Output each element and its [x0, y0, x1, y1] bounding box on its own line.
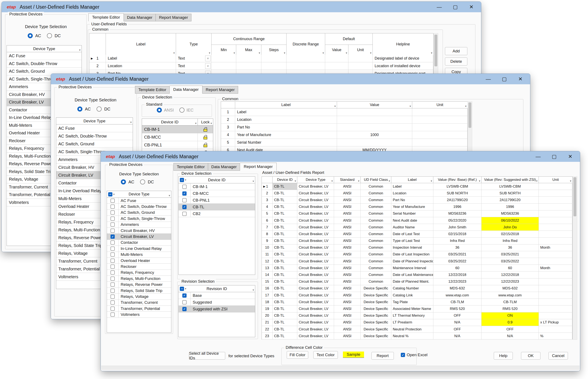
device-id-row[interactable]: CB2	[178, 210, 255, 217]
device-type-row[interactable]: Relays, Solid State Trip	[107, 288, 171, 294]
label-cell[interactable]: Date of Planned Maint.	[391, 278, 433, 285]
open-excel-checkbox[interactable]	[401, 353, 405, 357]
value-base-cell[interactable]: Infra Red	[433, 238, 481, 244]
checkbox[interactable]	[111, 307, 115, 311]
standard-cell[interactable]: ANSI	[334, 313, 361, 319]
checkbox-cell[interactable]	[107, 258, 119, 263]
value-zsi-cell[interactable]: 36	[481, 244, 539, 251]
device-id-cell[interactable]: CB-TL	[272, 265, 297, 271]
standard-cell[interactable]: ANSI	[334, 326, 361, 332]
checkbox-cell[interactable]	[178, 197, 191, 204]
device-type-row[interactable]: Multi-Meters	[107, 252, 171, 258]
value-base-cell[interactable]: 1996	[433, 204, 481, 210]
tab-data-manager[interactable]: Data Manager	[208, 163, 240, 171]
checkbox[interactable]	[182, 205, 187, 209]
value-base-cell[interactable]: www.etap.com	[433, 292, 481, 299]
label-cell[interactable]: Date of Last Maintenance	[391, 271, 433, 278]
ud-field-class-cell[interactable]: Common	[361, 217, 391, 224]
value-zsi-cell[interactable]: MDS-632	[481, 285, 539, 292]
value-zsi-cell[interactable]: John Do	[481, 224, 539, 231]
checkbox-cell[interactable]	[107, 294, 119, 299]
ud-field-class-cell[interactable]: Device Specific	[361, 285, 391, 292]
checkbox-cell[interactable]	[107, 222, 119, 228]
unit-cell[interactable]	[539, 299, 572, 305]
default-value-cell[interactable]	[325, 55, 349, 62]
value-cell[interactable]: 1000	[337, 131, 412, 139]
checkbox-cell[interactable]	[107, 246, 119, 252]
minimize-button[interactable]: —	[480, 74, 496, 84]
column-default-unit[interactable]: Unit▾	[349, 45, 373, 55]
device-id-row[interactable]: CB-MCC	[142, 133, 213, 141]
value-zsi-cell[interactable]: CB-TLM	[481, 299, 539, 305]
column-ud-field-class[interactable]: UD Field Class▾	[361, 177, 391, 183]
device-id-row[interactable]: CB-PNL1	[178, 197, 255, 204]
unit-cell[interactable]	[412, 124, 468, 131]
default-unit-cell[interactable]	[349, 55, 373, 62]
device-id-cell[interactable]: CB-PNL1	[142, 141, 198, 149]
device-id-cell[interactable]: CB-TL	[272, 251, 297, 258]
value-cell[interactable]	[337, 139, 412, 146]
checkbox-cell[interactable]	[178, 204, 191, 210]
unit-cell[interactable]	[539, 224, 572, 231]
value-zsi-cell[interactable]: N/A	[481, 333, 539, 339]
device-id-cell[interactable]: CB-TL	[272, 244, 297, 251]
tab-report-manager[interactable]: Report Manager	[202, 86, 238, 94]
column-unit[interactable]: Unit▾	[539, 177, 572, 183]
device-type-cell[interactable]: Circuit Breaker, LV	[297, 265, 334, 271]
device-type-cell[interactable]: Circuit Breaker, LV	[297, 292, 334, 299]
device-type-cell[interactable]: Circuit Breaker, LV	[297, 299, 334, 305]
value-base-cell[interactable]: N/A	[433, 319, 481, 326]
checkbox[interactable]	[111, 283, 115, 287]
unit-cell[interactable]	[539, 313, 572, 319]
checkbox[interactable]	[182, 185, 187, 189]
checkbox-cell[interactable]	[107, 216, 119, 221]
close-button[interactable]: ✕	[562, 151, 578, 162]
checkbox-cell[interactable]	[107, 228, 119, 234]
value-base-cell[interactable]: 05/22/2020	[433, 217, 481, 224]
checkbox-cell[interactable]	[107, 312, 119, 317]
dropdown-arrow-icon[interactable]: ▾	[185, 178, 186, 181]
value-base-cell[interactable]: 02/15/2018	[433, 231, 481, 237]
ud-field-class-cell[interactable]: Device Specific	[361, 333, 391, 339]
column-unit[interactable]: Unit▾	[412, 102, 468, 108]
device-type-cell[interactable]: Circuit Breaker, LV	[297, 313, 334, 319]
titlebar[interactable]: etap Asset / User-Defined Fields Manager…	[2, 2, 481, 12]
sort-arrow-icon[interactable]: ▾	[259, 51, 260, 54]
helpline-cell[interactable]: Designated label of device	[373, 55, 433, 62]
device-id-cell[interactable]: CB-TL	[272, 285, 297, 292]
ok-button[interactable]: OK	[521, 352, 540, 360]
checkbox[interactable]	[111, 277, 115, 281]
checkbox-cell[interactable]	[107, 264, 119, 269]
revision-row[interactable]: Suggested	[178, 299, 255, 306]
device-type-cell[interactable]: Circuit Breaker, LV	[297, 224, 334, 231]
column-device-type[interactable]: Device Type▾	[297, 177, 334, 183]
tab-report-manager[interactable]: Report Manager	[156, 14, 191, 21]
device-id-cell[interactable]: CB-MCC	[142, 133, 198, 141]
standard-cell[interactable]: ANSI	[334, 285, 361, 292]
value-cell[interactable]	[337, 116, 412, 123]
select-all-revisions[interactable]: ▾	[180, 287, 186, 291]
device-type-cell[interactable]: Circuit Breaker, LV	[297, 217, 334, 224]
value-zsi-cell[interactable]: OFF	[481, 326, 539, 332]
value-cell[interactable]	[337, 124, 412, 131]
device-type-cell[interactable]: Circuit Breaker, LV	[297, 333, 334, 339]
unit-cell[interactable]	[539, 285, 572, 292]
sort-arrow-icon[interactable]: ▾	[570, 180, 571, 182]
sort-arrow-icon[interactable]: ▾	[295, 180, 296, 182]
standard-cell[interactable]: ANSI	[334, 183, 361, 190]
ansi-radio[interactable]	[157, 108, 162, 113]
device-id-cell[interactable]: CB-TL	[272, 183, 297, 190]
checkbox[interactable]	[111, 217, 115, 221]
device-type-row[interactable]: AC Switch, Ground	[56, 140, 133, 148]
revision-row[interactable]: Suggested with ZSI	[178, 306, 255, 313]
value-base-cell[interactable]: LVSWB-CBM	[433, 183, 481, 190]
dc-radio[interactable]	[47, 33, 52, 38]
column-min[interactable]: Min▾	[211, 45, 236, 55]
column-device-id[interactable]: Device ID▾	[272, 177, 297, 183]
device-type-cell[interactable]: Circuit Breaker, LV	[297, 197, 334, 203]
sort-arrow-icon[interactable]: ▾	[346, 51, 347, 54]
min-cell[interactable]	[211, 62, 236, 70]
dropdown-arrow-icon[interactable]: ▾	[210, 122, 212, 125]
column-standard[interactable]: Standard▾	[334, 177, 361, 183]
min-cell[interactable]	[211, 55, 236, 62]
